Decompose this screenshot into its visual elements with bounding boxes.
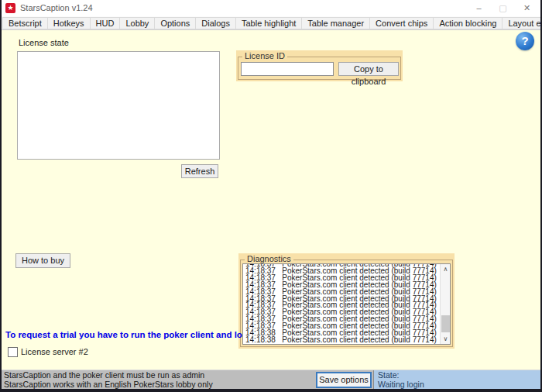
window-border-left bbox=[0, 0, 2, 392]
status-line1: StarsCaption and the poker client must b… bbox=[4, 371, 213, 380]
app-logo-icon: ★ bbox=[5, 3, 15, 13]
state-label: State: bbox=[378, 371, 542, 380]
close-icon[interactable]: ✕ bbox=[515, 0, 539, 16]
tab-dialogs[interactable]: Dialogs bbox=[195, 17, 236, 29]
tab-table-highlight[interactable]: Table highlight bbox=[235, 17, 302, 29]
license-id-group-label: License ID bbox=[242, 51, 287, 60]
diagnostics-log: 14:18:37 PokerStars.com client detected … bbox=[243, 263, 439, 344]
log-entry: 14:18:38 PokerStars.com client detected … bbox=[245, 337, 439, 344]
diagnostics-group-label: Diagnostics bbox=[245, 254, 293, 263]
license-id-input[interactable] bbox=[241, 62, 334, 76]
tab-bar: BetscriptHotkeysHUDLobbyOptionsDialogsTa… bbox=[0, 16, 542, 30]
scrollbar-thumb[interactable] bbox=[441, 315, 450, 332]
license-server2-checkbox[interactable] bbox=[8, 347, 18, 357]
tab-lobby[interactable]: Lobby bbox=[119, 17, 155, 29]
diagnostics-group: Diagnostics 14:18:37 PokerStars.com clie… bbox=[238, 253, 455, 349]
tab-convert-chips[interactable]: Convert chips bbox=[369, 17, 434, 29]
window-border-bottom bbox=[0, 389, 542, 392]
license-state-label: License state bbox=[19, 38, 69, 47]
state-value: Waiting login bbox=[378, 380, 542, 390]
tab-layout-editor[interactable]: Layout editor bbox=[502, 17, 542, 29]
window-title: StarsCaption v1.24 bbox=[20, 0, 93, 16]
license-id-group: License ID Copy to clipboard bbox=[236, 50, 403, 81]
tab-action-blocking[interactable]: Action blocking bbox=[433, 17, 503, 29]
license-state-box[interactable] bbox=[17, 51, 220, 160]
status-line2: StarsCaption works with an English Poker… bbox=[4, 380, 213, 390]
app-window: ★ StarsCaption v1.24 – ▢ ✕ BetscriptHotk… bbox=[0, 0, 542, 392]
help-icon[interactable]: ? bbox=[516, 32, 534, 50]
tab-betscript[interactable]: Betscript bbox=[2, 17, 48, 29]
license-server2-label: License server #2 bbox=[21, 347, 88, 356]
trial-notice-text: To request a trial you have to run the p… bbox=[5, 330, 256, 339]
diagnostics-scrollbar[interactable]: ∧ ∨ bbox=[440, 264, 450, 344]
minimize-icon[interactable]: – bbox=[467, 0, 491, 16]
tab-hud[interactable]: HUD bbox=[90, 17, 121, 29]
maximize-icon[interactable]: ▢ bbox=[491, 0, 515, 16]
refresh-button[interactable]: Refresh bbox=[181, 164, 218, 178]
how-to-buy-button[interactable]: How to buy bbox=[15, 253, 70, 268]
status-messages: StarsCaption and the poker client must b… bbox=[4, 371, 213, 389]
copy-to-clipboard-button[interactable]: Copy to clipboard bbox=[338, 62, 399, 76]
tab-table-manager[interactable]: Table manager bbox=[301, 17, 370, 29]
title-bar: ★ StarsCaption v1.24 – ▢ ✕ bbox=[0, 0, 542, 16]
scroll-down-icon[interactable]: ∨ bbox=[441, 334, 451, 344]
tab-options[interactable]: Options bbox=[154, 17, 196, 29]
license-tab-content: ? License state Refresh License ID Copy … bbox=[0, 30, 542, 370]
status-bar: StarsCaption and the poker client must b… bbox=[0, 370, 542, 389]
save-options-button[interactable]: Save options bbox=[316, 372, 372, 388]
scroll-up-icon[interactable]: ∧ bbox=[441, 264, 451, 274]
tab-hotkeys[interactable]: Hotkeys bbox=[47, 17, 91, 29]
window-controls: – ▢ ✕ bbox=[467, 0, 539, 16]
license-server2-row[interactable]: License server #2 bbox=[8, 346, 88, 357]
diagnostics-listbox[interactable]: 14:18:37 PokerStars.com client detected … bbox=[242, 263, 451, 345]
state-panel: State: Waiting login bbox=[374, 370, 542, 390]
